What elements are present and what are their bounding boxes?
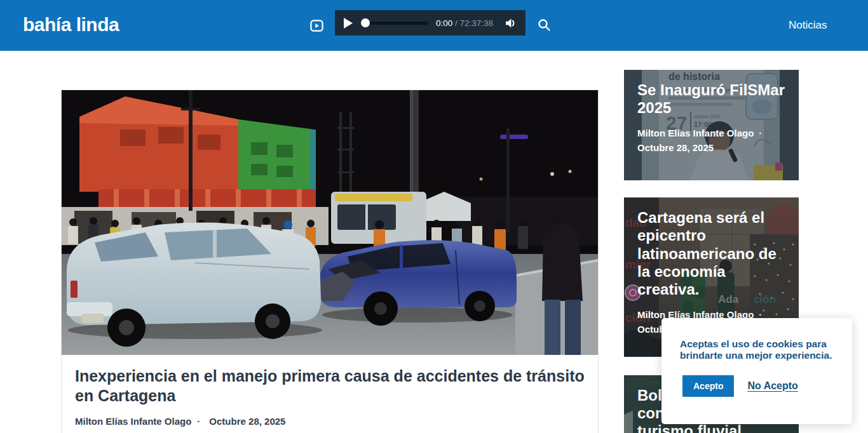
volume-icon[interactable] <box>505 18 517 29</box>
decline-cookies-link[interactable]: No Acepto <box>747 380 797 392</box>
seek-knob[interactable] <box>361 18 370 27</box>
page: bahía linda 0:00 / 72:37:38 Noticias <box>0 0 868 433</box>
main-article-photo <box>62 90 598 355</box>
header: bahía linda 0:00 / 72:37:38 Noticias <box>0 0 868 51</box>
duration: 72:37:38 <box>460 18 494 28</box>
time-separator: / <box>452 18 459 28</box>
player-time: 0:00 / 72:37:38 <box>436 18 493 28</box>
current-time: 0:00 <box>436 18 452 28</box>
date: Octubre 28, 2025 <box>637 142 714 153</box>
author: Milton Elías Infante Olago <box>637 128 754 138</box>
seek-track[interactable] <box>362 22 428 25</box>
youtube-icon[interactable] <box>310 20 323 32</box>
accept-cookies-button[interactable]: Acepto <box>682 375 734 397</box>
title-line: con <box>637 404 665 422</box>
nav-item-noticias[interactable]: Noticias <box>789 19 827 32</box>
cookie-consent-dialog: Aceptas el uso de cookies para brindarte… <box>661 318 852 424</box>
sidebar-article-card-filsmar[interactable]: de historia Participan: Carl Henrik Lang… <box>624 70 799 180</box>
search-icon[interactable] <box>538 18 550 31</box>
main-article-card[interactable]: Inexperiencia en el manejo primera causa… <box>61 90 599 433</box>
sidebar-article-title[interactable]: Se Inauguró FilSMar 2025 <box>637 81 786 117</box>
audio-player: 0:00 / 72:37:38 <box>335 10 526 36</box>
main-article-title[interactable]: Inexperiencia en el manejo primera causa… <box>75 366 585 405</box>
date: Octubre 28, 2025 <box>209 416 285 427</box>
byline-separator: · <box>197 416 200 427</box>
site-logo[interactable]: bahía linda <box>23 14 119 36</box>
title-line: Bol <box>637 387 662 404</box>
cookie-actions: Acepto No Acepto <box>680 375 837 397</box>
author: Milton Elías Infante Olago <box>75 416 191 427</box>
byline-separator: · <box>759 128 762 138</box>
cookie-message: Aceptas el uso de cookies para brindarte… <box>680 338 837 362</box>
sidebar-article-title[interactable]: Cartagena será el epicentro latinoameric… <box>637 209 786 299</box>
seek-slider[interactable] <box>362 18 428 27</box>
main-article-byline: Milton Elías Infante Olago·Octubre 28, 2… <box>75 416 585 427</box>
play-icon[interactable] <box>343 18 353 29</box>
sidebar-article-byline: Milton Elías Infante Olago· Octubre 28, … <box>637 126 786 156</box>
